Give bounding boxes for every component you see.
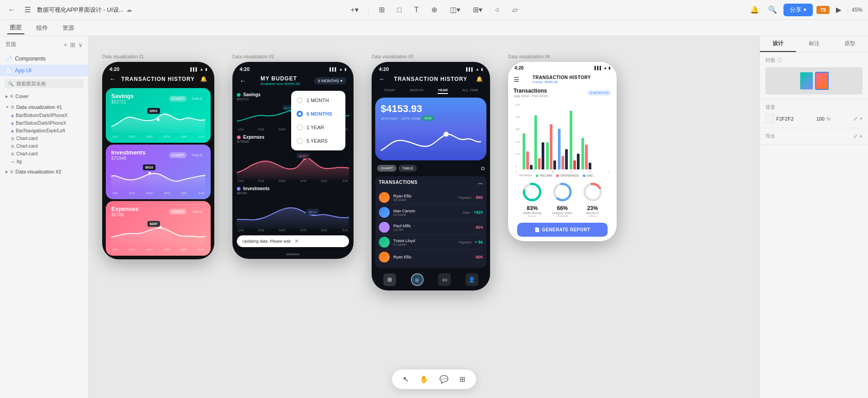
phone4-menu-icon[interactable]: ☰ — [514, 76, 519, 83]
page-app-ui[interactable]: 📄 App UI — [0, 65, 88, 76]
add-tool[interactable]: +▾ — [348, 4, 361, 16]
back-icon[interactable]: ← — [109, 75, 116, 83]
chart-tab-1[interactable]: CHART — [169, 96, 187, 102]
dropdown-1month[interactable]: 1 MONTH — [291, 94, 345, 107]
shape-tool[interactable]: □ — [395, 4, 405, 16]
phone2-header: ← MY BUDGET Available now: $3550.36 6 MO… — [232, 74, 354, 89]
bg-color-swatch[interactable] — [765, 114, 774, 123]
tab-year[interactable]: YEAR — [438, 88, 448, 94]
notification-icon[interactable]: 🔔 — [747, 4, 762, 16]
chart-btn[interactable]: CHART — [377, 165, 396, 172]
thumb-2[interactable] — [815, 72, 829, 90]
phone4-icons: ▌▌▌ ▲ ▮ — [594, 66, 610, 70]
canvas-area[interactable]: Data visualization #1 4:20 ▌▌▌ ▲ ▮ ← — [89, 36, 760, 398]
dropdown-5years[interactable]: 5 YEARS — [291, 134, 345, 148]
back-button[interactable]: ← — [5, 4, 18, 16]
crop-tool[interactable]: ▱ — [509, 4, 520, 16]
layer-chart-card-2[interactable]: ⊞ Chart-card — [0, 142, 88, 150]
menu-button[interactable]: ☰ — [22, 4, 33, 16]
comment-tool[interactable]: 💬 — [438, 373, 450, 385]
trans-travis: Travis Lloyd 07:18AM Payment + $6 — [379, 235, 483, 250]
amount-ryan: -$85 — [475, 195, 483, 200]
layer-bar-bottom[interactable]: ◈ Bar/Bottom/Dark/iPhoneX — [0, 112, 88, 119]
avatar-paul — [379, 222, 390, 233]
nav-person[interactable]: 👤 — [466, 273, 478, 286]
period-button[interactable]: 6 MONTHS ▾ — [314, 77, 346, 84]
grid-tool[interactable]: ⊞▾ — [470, 4, 485, 16]
page-components[interactable]: 📄 Components — [0, 53, 88, 65]
tab-assets[interactable]: 资源 — [60, 22, 77, 34]
frame-icon: ⊞ — [11, 136, 14, 141]
x-axis-labels: JFM AMJ — [514, 170, 611, 173]
bar-g1-income — [523, 133, 525, 169]
layer-dv2[interactable]: ▶ ⊞ Data visualization #2 — [0, 167, 88, 176]
info-icon: ⓘ — [777, 57, 782, 64]
dropdown-6months[interactable]: 6 MONTHS — [291, 107, 345, 121]
table-tab-2[interactable]: TABLE — [189, 152, 205, 158]
name-max: Max Carson — [393, 209, 459, 213]
tab-alltime[interactable]: ALL TIME — [462, 88, 478, 94]
layout-toggle[interactable]: ⊞ — [70, 41, 75, 48]
zoom-tool[interactable]: ⊞ — [458, 373, 467, 385]
back-icon3[interactable]: ← — [379, 75, 385, 83]
chart-tab-3[interactable]: CHART — [169, 209, 187, 215]
table-tab-1[interactable]: TABLE — [189, 96, 205, 102]
tab-layers[interactable]: 图层 — [7, 22, 24, 34]
bell-icon[interactable]: 🔔 — [200, 76, 207, 82]
dv4-label: Data visualization #4 — [508, 54, 617, 59]
nav-card[interactable]: ▭ — [438, 273, 451, 286]
tab-components[interactable]: 组件 — [33, 22, 51, 34]
table-tab-3[interactable]: TABLE — [189, 209, 205, 215]
investments-chart: $810 — [111, 163, 205, 190]
pages-menu[interactable]: ∨ — [78, 41, 83, 48]
p3-trans-title: TRANSACTIONS — [379, 180, 417, 185]
cursor-tool[interactable]: ↖ — [401, 373, 410, 385]
share-button[interactable]: 分享 ▾ — [783, 4, 813, 16]
export-add-button[interactable]: + — [859, 133, 863, 140]
thumb-1[interactable] — [800, 72, 813, 90]
layer-cover[interactable]: ▶ ⊞ Cover — [0, 92, 88, 101]
trans-paul: Paul Mills 10:29H -$24 — [379, 220, 483, 235]
play-button[interactable]: ▶ — [833, 4, 844, 16]
component-tool[interactable]: ◫▾ — [447, 4, 463, 16]
layer-dv1[interactable]: ▼ ⊞ Data visualization #1 — [0, 103, 88, 112]
p3-chart-area: $4153.93 19TH MAY - 19TH JUNE $139 — [375, 98, 486, 160]
tab-month[interactable]: MONTH — [410, 88, 423, 94]
tab-prototype[interactable]: 原型 — [832, 36, 868, 52]
layer-bar-status[interactable]: ◈ Bar/Status/Dark/iPhoneX — [0, 119, 88, 127]
export-section: 导出 ⤢ + — [760, 128, 868, 145]
search-input[interactable] — [16, 81, 80, 86]
bessie-pct: 23% — [581, 205, 604, 211]
nav-home[interactable]: ⊞ — [383, 273, 396, 286]
layer-bar-nav[interactable]: ◈ Bar/Navigation/Dark/Left — [0, 127, 88, 135]
search-icon[interactable]: 🔍 — [765, 4, 780, 16]
table-btn[interactable]: TABLE — [398, 165, 417, 172]
circle-tool[interactable]: ○ — [492, 4, 502, 16]
text-tool[interactable]: T — [411, 4, 421, 16]
chart-tab-2[interactable]: CHART — [169, 152, 187, 158]
tab-annotation[interactable]: 标注 — [796, 36, 832, 52]
tab-today[interactable]: TODAY — [383, 88, 396, 94]
bell-icon3[interactable]: 🔔 — [476, 76, 483, 82]
toolbar-left: ← ☰ 数据可视化APP界面设计 - UI设... ☁ — [5, 4, 132, 16]
layer-bg[interactable]: ▭ bg — [0, 158, 88, 165]
bg-edit-button[interactable]: ⤢ — [853, 116, 858, 122]
generate-report-button[interactable]: 📄 GENERATE REPORT — [517, 223, 608, 237]
person-icon: 👤 — [468, 276, 475, 283]
investments-tabs: CHART TABLE — [169, 152, 205, 158]
pen-tool[interactable]: ⊕ — [429, 4, 440, 16]
bessie-role: Hiking — [581, 215, 604, 217]
hand-tool[interactable]: ✋ — [418, 373, 430, 385]
bg-add-button[interactable]: + — [859, 116, 863, 122]
tab-design[interactable]: 设计 — [760, 36, 796, 52]
expenses-chart: $287 — [111, 219, 205, 246]
toast-close-icon[interactable]: ✕ — [294, 238, 299, 244]
add-page-button[interactable]: + — [64, 41, 67, 48]
nav-active[interactable]: ◎ — [411, 273, 424, 286]
dropdown-1year[interactable]: 1 YEAR — [291, 121, 345, 134]
back-icon2[interactable]: ← — [240, 77, 246, 84]
layer-chart-card-3[interactable]: ⊞ Chart-card — [0, 150, 88, 158]
frame-tool[interactable]: ⊞ — [376, 4, 387, 16]
export-settings-icon[interactable]: ⤢ — [853, 133, 858, 140]
layer-chart-card-1[interactable]: ⊞ Chart-card — [0, 135, 88, 142]
